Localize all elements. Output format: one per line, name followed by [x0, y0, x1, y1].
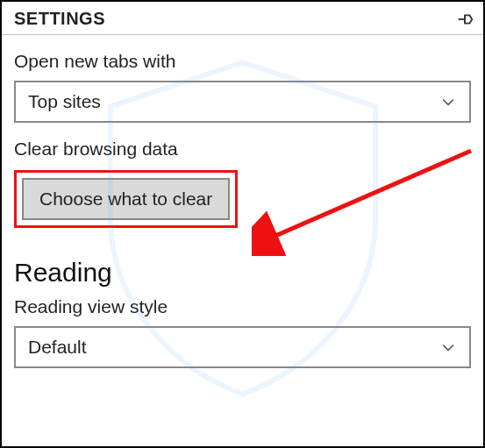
reading-style-select[interactable]: Default: [14, 326, 471, 368]
reading-section: Reading Reading view style Default: [2, 258, 483, 368]
choose-what-to-clear-label: Choose what to clear: [39, 188, 212, 210]
settings-panel: SETTINGS Open new tabs with Top sites Cl…: [2, 2, 483, 446]
chevron-down-icon: [439, 338, 457, 356]
open-tabs-select[interactable]: Top sites: [14, 81, 471, 123]
reading-heading: Reading: [14, 258, 471, 288]
chevron-down-icon: [439, 93, 457, 110]
annotation-highlight: Choose what to clear: [14, 170, 238, 228]
choose-what-to-clear-button[interactable]: Choose what to clear: [22, 178, 230, 220]
reading-style-label: Reading view style: [14, 296, 471, 317]
clear-data-label: Clear browsing data: [14, 139, 471, 160]
panel-header: SETTINGS: [2, 2, 483, 35]
open-tabs-label: Open new tabs with: [14, 51, 471, 72]
reading-style-value: Default: [28, 337, 87, 358]
open-tabs-value: Top sites: [28, 91, 101, 112]
open-tabs-section: Open new tabs with Top sites: [2, 35, 483, 123]
clear-data-section: Clear browsing data Choose what to clear: [2, 123, 483, 228]
panel-title: SETTINGS: [14, 9, 105, 29]
pin-icon[interactable]: [455, 10, 474, 29]
